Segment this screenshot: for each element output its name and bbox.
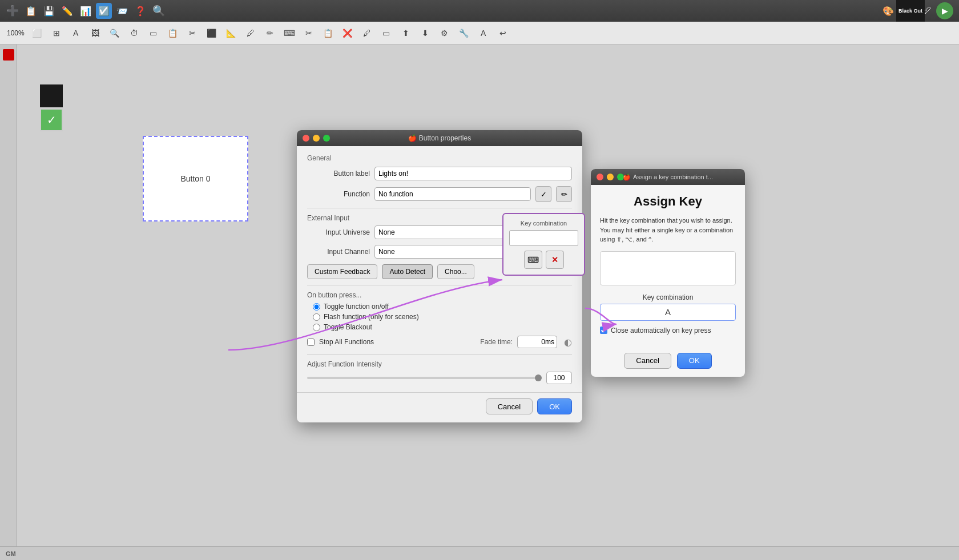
cut2-icon[interactable]: ✂	[300, 24, 318, 42]
close-auto-checkbox[interactable]	[600, 327, 607, 334]
color-icon[interactable]: 🎨	[880, 3, 896, 19]
radio-group: Toggle function on/off Flash function (o…	[313, 303, 572, 331]
intensity-row: 100	[307, 372, 572, 384]
maximize-dot[interactable]	[323, 135, 330, 142]
clock-icon[interactable]: ⏱	[125, 24, 143, 42]
color-swatches: ✓	[40, 84, 63, 131]
intensity-section: Adjust Function Intensity 100	[307, 360, 572, 384]
assign-ok-button[interactable]: OK	[677, 353, 712, 369]
radio-blackout[interactable]: Toggle Blackout	[313, 323, 572, 331]
panel-icon[interactable]: ▭	[377, 24, 396, 42]
stop-all-row: Stop All Functions Fade time: ◐	[307, 336, 572, 348]
assign-cancel-button[interactable]: Cancel	[624, 353, 671, 369]
delete-icon[interactable]: ❌	[339, 24, 357, 42]
copy-icon[interactable]: 📋	[319, 24, 337, 42]
font-icon[interactable]: A	[474, 24, 493, 42]
function-edit-btn[interactable]: ✏	[556, 186, 572, 202]
assign-footer: Cancel OK	[591, 348, 745, 377]
wrench-icon[interactable]: 🔧	[455, 24, 473, 42]
key-combo-input[interactable]	[509, 230, 578, 246]
fade-input[interactable]	[517, 336, 557, 348]
image-icon[interactable]: 🖼	[86, 24, 104, 42]
second-toolbar: 100% ⬜ ⊞ A 🖼 🔍 ⏱ ▭ 📋 ✂ ⬛ 📐 🖊 ✏ ⌨ ✂ 📋 ❌ 🖊…	[0, 22, 959, 45]
assign-combo-value: A	[600, 304, 736, 321]
file-icon[interactable]: 📋	[23, 3, 39, 19]
keyboard-icon[interactable]: ⌨	[280, 24, 299, 42]
top-toolbar: ➕ 📋 💾 ✏️ 📊 ☑️ 📨 ❓ 🔍 🎨 🪄 🖊 ✕ Black Out ▶	[0, 0, 959, 22]
close-dot[interactable]	[303, 135, 309, 142]
radio-flash[interactable]: Flash function (only for scenes)	[313, 313, 572, 321]
divider-3	[307, 354, 572, 354]
assign-description: Hit the key combination that you wish to…	[600, 216, 736, 244]
intensity-title: Adjust Function Intensity	[307, 360, 572, 368]
clipboard-icon[interactable]: 📋	[164, 24, 182, 42]
shape-icon[interactable]: 📐	[222, 24, 240, 42]
button-label-input[interactable]	[374, 167, 572, 180]
undo-icon[interactable]: ↩	[494, 24, 512, 42]
assign-key-dialog: 🍎 Assign a key combination t... Assign K…	[591, 169, 745, 377]
assign-key-heading: Assign Key	[600, 194, 736, 209]
function-field-label: Function	[307, 190, 370, 198]
black-swatch[interactable]	[40, 84, 63, 107]
canvas-button-0[interactable]: Button 0	[143, 136, 248, 221]
save-icon[interactable]: 💾	[41, 3, 57, 19]
edit-icon[interactable]: ✏️	[59, 3, 75, 19]
divider-1	[307, 208, 572, 208]
choose-button[interactable]: Choo...	[437, 264, 474, 279]
pen-icon[interactable]: 🖊	[241, 24, 260, 42]
grid2-icon[interactable]: ⊞	[47, 24, 66, 42]
help-icon[interactable]: ❓	[132, 3, 148, 19]
rect-icon[interactable]: ▭	[144, 24, 163, 42]
main-area: ✓ Button 0	[0, 45, 959, 560]
key-combination-popup: Key combination ⌨ ✕	[502, 213, 585, 276]
channel-label: Input Channel	[307, 248, 370, 256]
green-swatch[interactable]: ✓	[40, 108, 63, 131]
close-key-combo-btn[interactable]: ✕	[546, 251, 564, 269]
assign-close-dot[interactable]	[597, 174, 603, 180]
up-icon[interactable]: ⬆	[397, 24, 415, 42]
general-section-label: General	[307, 154, 572, 162]
down-icon[interactable]: ⬇	[416, 24, 434, 42]
function-checkmark-btn[interactable]: ✓	[535, 186, 551, 202]
radio-toggle[interactable]: Toggle function on/off	[313, 303, 572, 311]
function-input[interactable]	[374, 187, 531, 201]
assign-dialog-title: 🍎 Assign a key combination t...	[623, 174, 713, 181]
blackout-button[interactable]: Black Out	[896, 0, 925, 22]
stop-all-checkbox[interactable]	[307, 339, 315, 346]
text-icon[interactable]: A	[67, 24, 85, 42]
draw-icon[interactable]: 🖊	[358, 24, 376, 42]
blacksq-icon[interactable]: ⬛	[203, 24, 221, 42]
grid-icon[interactable]: ⬜	[28, 24, 46, 42]
assign-minimize-dot[interactable]	[607, 174, 614, 180]
dialog-cancel-button[interactable]: Cancel	[486, 398, 533, 414]
red-indicator	[3, 49, 14, 61]
play-button[interactable]: ▶	[936, 2, 953, 19]
fade-label: Fade time:	[480, 338, 513, 346]
universe-label: Input Universe	[307, 228, 370, 236]
fade-spinner[interactable]: ◐	[564, 337, 572, 348]
monitor-icon[interactable]: 📊	[78, 3, 94, 19]
intensity-value: 100	[546, 372, 572, 384]
add-icon[interactable]: ➕	[5, 3, 21, 19]
mail-icon[interactable]: 📨	[114, 3, 130, 19]
search-icon[interactable]: 🔍	[151, 3, 167, 19]
settings-icon[interactable]: ⚙	[436, 24, 454, 42]
status-initials: GM	[6, 550, 16, 557]
auto-detect-button[interactable]: Auto Detect	[382, 264, 433, 279]
toggle-icon[interactable]: ☑️	[96, 3, 112, 19]
status-bar: GM	[0, 546, 959, 560]
intensity-slider[interactable]	[307, 377, 542, 379]
cut-icon[interactable]: ✂	[183, 24, 202, 42]
custom-feedback-button[interactable]: Custom Feedback	[307, 264, 377, 279]
dialog-ok-button[interactable]: OK	[537, 398, 572, 414]
minimize-dot[interactable]	[313, 135, 320, 142]
keyboard-assign-btn[interactable]: ⌨	[524, 251, 542, 269]
zoom-icon[interactable]: 🔍	[106, 24, 124, 42]
dialog-titlebar: 🍎 Button properties	[297, 130, 582, 146]
assign-key-box	[600, 251, 736, 285]
stop-all-label: Stop All Functions	[319, 338, 374, 346]
button-label-row: Button label	[307, 167, 572, 180]
close-auto-label: Close automatically on key press	[611, 327, 711, 335]
pencil2-icon[interactable]: ✏	[261, 24, 279, 42]
button-props-dialog: 🍎 Button properties General Button label…	[297, 130, 582, 422]
